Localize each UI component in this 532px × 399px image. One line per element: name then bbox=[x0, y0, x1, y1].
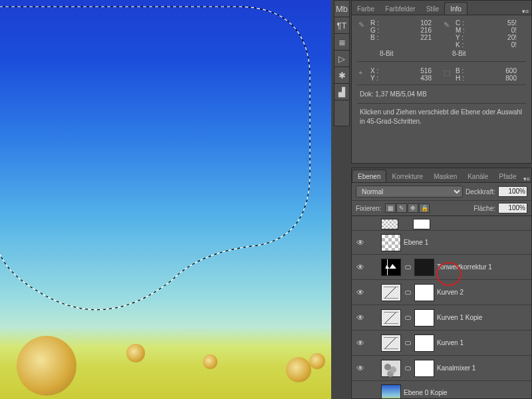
layer-thumbnail[interactable] bbox=[381, 384, 401, 399]
info-panel: Farbe Farbfelder Stile Info ▾≡ ✎ R : G :… bbox=[351, 0, 532, 164]
value-b: 221 bbox=[380, 34, 432, 41]
panel-icon-histogram[interactable]: ▟ bbox=[334, 84, 349, 100]
visibility-toggle-icon[interactable]: 👁 bbox=[354, 362, 366, 374]
visibility-toggle-icon[interactable]: 👁 bbox=[354, 237, 366, 249]
dimensions-icon: ⬚ bbox=[444, 67, 456, 77]
lock-pixels-icon[interactable]: ✎ bbox=[396, 203, 407, 213]
panel-icon-sliders[interactable]: ≣ bbox=[334, 34, 349, 51]
mask-thumbnail[interactable] bbox=[414, 284, 434, 301]
value-m: 0! bbox=[465, 27, 517, 34]
panel-icon-wheel[interactable]: ✱ bbox=[334, 67, 349, 84]
lock-label: Fixieren: bbox=[356, 205, 381, 212]
lock-transparency-icon[interactable]: ▦ bbox=[385, 203, 396, 213]
bit-depth-left: 8-Bit bbox=[380, 50, 452, 57]
layer-row-collapsed[interactable] bbox=[352, 216, 531, 231]
lock-all-icon[interactable]: 🔒 bbox=[419, 203, 430, 213]
label-k: K : bbox=[456, 41, 465, 49]
adjustment-thumbnail[interactable] bbox=[381, 334, 401, 352]
label-g: G : bbox=[370, 27, 380, 34]
canvas-content bbox=[17, 336, 76, 396]
visibility-toggle-icon[interactable]: 👁 bbox=[354, 261, 366, 273]
label-r: R : bbox=[370, 19, 380, 27]
layer-row[interactable]: 👁 Kurven 2 bbox=[352, 280, 531, 305]
fill-label: Fläche: bbox=[473, 205, 495, 212]
value-g: 216 bbox=[380, 27, 432, 34]
tool-hint-text: Klicken und Ziehen verschiebt die Ebene … bbox=[352, 105, 531, 129]
layer-name[interactable]: Kurven 1 bbox=[437, 339, 464, 346]
info-xy-readout: + X : Y : 516 438 bbox=[358, 67, 440, 82]
mask-link-icon[interactable] bbox=[404, 308, 412, 328]
value-y-coord: 438 bbox=[380, 74, 432, 82]
mask-thumbnail[interactable] bbox=[414, 259, 434, 276]
adjustment-thumbnail[interactable] bbox=[381, 284, 401, 301]
info-rgb-readout: ✎ R : G : B : 102 216 221 bbox=[358, 19, 440, 49]
panel-icon-play[interactable]: ▷ bbox=[334, 51, 349, 67]
opacity-label: Deckkraft: bbox=[466, 188, 495, 196]
layer-name[interactable]: Ebene 1 bbox=[404, 239, 428, 246]
mask-link-icon[interactable] bbox=[404, 358, 412, 378]
info-panel-tabs: Farbe Farbfelder Stile Info ▾≡ bbox=[352, 1, 531, 15]
adjustment-thumbnail[interactable] bbox=[381, 360, 401, 377]
canvas-content bbox=[126, 344, 145, 362]
mask-thumbnail[interactable] bbox=[414, 309, 434, 327]
layer-name[interactable]: Kurven 1 Kopie bbox=[437, 314, 482, 321]
tab-korrekturen[interactable]: Korrekture bbox=[386, 170, 428, 182]
mask-link-icon[interactable] bbox=[404, 257, 412, 277]
fill-input[interactable]: 100% bbox=[498, 203, 527, 213]
label-y: Y : bbox=[456, 34, 465, 41]
layer-thumbnail bbox=[381, 219, 398, 229]
document-canvas[interactable] bbox=[0, 0, 331, 399]
layer-row[interactable]: 👁 Kurven 1 Kopie bbox=[352, 305, 531, 331]
label-b: B : bbox=[370, 34, 380, 41]
opacity-input[interactable]: 100% bbox=[498, 186, 527, 197]
tab-ebenen[interactable]: Ebenen bbox=[352, 170, 386, 182]
panel-menu-icon[interactable]: ▾≡ bbox=[521, 173, 531, 182]
mask-thumbnail[interactable] bbox=[414, 360, 434, 377]
visibility-toggle-icon[interactable]: 👁 bbox=[354, 312, 366, 324]
tab-kanaele[interactable]: Kanäle bbox=[462, 170, 493, 182]
value-height: 800 bbox=[465, 74, 517, 82]
visibility-toggle-icon[interactable] bbox=[354, 387, 366, 399]
mask-link-icon[interactable] bbox=[404, 333, 412, 353]
panel-menu-icon[interactable]: ▾≡ bbox=[519, 5, 531, 15]
canvas-content bbox=[309, 353, 325, 369]
blend-mode-select[interactable]: Normal bbox=[356, 186, 463, 198]
layer-name[interactable]: Kanalmixer 1 bbox=[437, 364, 475, 372]
layers-panel: Ebenen Korrekture Masken Kanäle Pfade ▾≡… bbox=[351, 168, 532, 399]
layer-name[interactable]: Ebene 0 Kopie bbox=[404, 389, 448, 396]
layer-row[interactable]: 👁 Tonwertkorrektur 1 bbox=[352, 255, 531, 280]
adjustment-thumbnail[interactable] bbox=[381, 259, 401, 276]
layer-name[interactable]: Tonwertkorrektur 1 bbox=[437, 263, 492, 271]
value-width: 600 bbox=[465, 67, 517, 74]
value-x: 516 bbox=[380, 67, 432, 74]
doc-size-readout: Dok: 1,37 MB/5,04 MB bbox=[352, 86, 531, 102]
label-width: B : bbox=[456, 67, 465, 74]
layers-list[interactable]: 👁 Ebene 1 👁 Tonwertkorrektur 1 👁 Kurven … bbox=[352, 216, 531, 398]
panel-icon-paragraph[interactable]: ¶T bbox=[334, 17, 349, 34]
tab-farbe[interactable]: Farbe bbox=[352, 3, 380, 15]
mask-thumbnail[interactable] bbox=[414, 334, 434, 352]
panel-icon-mb[interactable]: Mb bbox=[334, 1, 349, 17]
tab-stile[interactable]: Stile bbox=[421, 3, 444, 15]
layer-thumbnail[interactable] bbox=[381, 234, 401, 251]
value-r: 102 bbox=[380, 19, 432, 27]
layer-row[interactable]: 👁 Kanalmixer 1 bbox=[352, 356, 531, 381]
label-height: H : bbox=[456, 74, 465, 82]
visibility-toggle-icon[interactable]: 👁 bbox=[354, 287, 366, 299]
layer-row[interactable]: Ebene 0 Kopie bbox=[352, 381, 531, 398]
label-m: M : bbox=[456, 27, 465, 34]
tab-info[interactable]: Info bbox=[444, 2, 467, 15]
lock-position-icon[interactable]: ✥ bbox=[408, 203, 418, 213]
value-c: 55! bbox=[465, 19, 517, 27]
visibility-toggle-icon[interactable]: 👁 bbox=[354, 337, 366, 349]
mask-link-icon[interactable] bbox=[404, 283, 412, 303]
layer-row[interactable]: 👁 Kurven 1 bbox=[352, 331, 531, 356]
adjustment-thumbnail[interactable] bbox=[381, 309, 401, 327]
tab-farbfelder[interactable]: Farbfelder bbox=[380, 3, 421, 15]
value-y: 20! bbox=[465, 34, 517, 41]
tab-pfade[interactable]: Pfade bbox=[493, 170, 521, 182]
layer-name[interactable]: Kurven 2 bbox=[437, 289, 464, 296]
layer-row[interactable]: 👁 Ebene 1 bbox=[352, 231, 531, 255]
tab-masken[interactable]: Masken bbox=[428, 170, 462, 182]
label-x: X : bbox=[370, 67, 380, 74]
